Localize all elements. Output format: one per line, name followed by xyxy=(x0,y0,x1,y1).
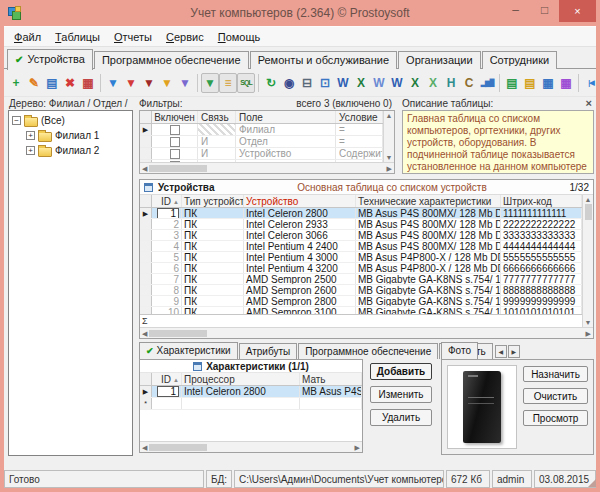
checkbox-icon[interactable] xyxy=(170,149,180,159)
filter-link-cell[interactable] xyxy=(198,124,236,135)
filter-new-icon[interactable]: ▼ xyxy=(104,73,122,93)
devices-column-header[interactable]: Тип устройства xyxy=(182,195,244,207)
quick-view-icon[interactable]: ▤ xyxy=(503,73,521,93)
scroll-right-icon[interactable]: ▶ xyxy=(355,444,360,451)
note-icon[interactable]: ▤ xyxy=(521,73,539,93)
menu-item[interactable]: Отчеты xyxy=(107,29,159,45)
delete-record-icon[interactable]: ✖ xyxy=(61,73,79,93)
checkbox-icon[interactable] xyxy=(170,137,180,147)
characteristics-new-row[interactable]: * xyxy=(140,398,362,410)
device-row[interactable]: 6ПКIntel Pentium 4 3200MB Asus P4P800-X … xyxy=(140,263,582,274)
device-row[interactable]: 3ПКIntel Celeron 3066MB Asus P4S 800MX/ … xyxy=(140,230,582,241)
filter-enabled-cell[interactable] xyxy=(152,136,198,147)
filter-condition-cell[interactable]: = xyxy=(336,136,383,147)
menu-item[interactable]: Файл xyxy=(7,29,48,45)
tab-item[interactable]: Сотрудники xyxy=(482,51,558,69)
find-icon[interactable]: ◉ xyxy=(280,73,298,93)
scrollbar-thumb[interactable] xyxy=(149,330,207,337)
device-row[interactable]: 2ПКIntel Celeron 2933MB Asus P4S 800MX/ … xyxy=(140,219,582,230)
filter-row[interactable]: ИОтдел= xyxy=(140,136,383,148)
tab-item[interactable]: Программное обеспечение xyxy=(94,51,249,69)
tree-panel-toggle-icon[interactable]: ≡ xyxy=(219,73,237,93)
scroll-right-icon[interactable]: ▶ xyxy=(586,330,591,337)
device-row[interactable]: ▶1ПКIntel Celeron 2800MB Asus P4S 800MX/… xyxy=(140,208,582,219)
clear-photo-button[interactable]: Очистить xyxy=(523,388,588,404)
filter-field-cell[interactable]: Устройство xyxy=(236,148,336,159)
scroll-down-icon[interactable]: ▼ xyxy=(585,319,592,326)
assign-photo-button[interactable]: Назначить xyxy=(523,366,588,382)
characteristics-horizontal-scrollbar[interactable]: ◀ ▶ xyxy=(140,441,362,452)
detail-tab-item[interactable]: Атрибуты xyxy=(239,343,297,359)
device-row[interactable]: 7ПКAMD Sempron 2500MB Gigabyte GA-K8NS s… xyxy=(140,274,582,285)
scroll-left-icon[interactable]: ◀ xyxy=(142,330,147,337)
export-word-icon[interactable]: W xyxy=(334,73,352,93)
devices-horizontal-scrollbar[interactable]: ◀ ▶ xyxy=(140,327,593,338)
view-photo-button[interactable]: Просмотр xyxy=(523,410,588,426)
sql-view-toggle-icon[interactable]: SQL xyxy=(237,73,255,93)
filter-field-cell[interactable]: Филиал xyxy=(236,124,336,135)
tree-expander-icon[interactable]: + xyxy=(26,131,35,140)
excel-report-icon[interactable]: X xyxy=(406,73,424,93)
filter-enabled-cell[interactable] xyxy=(152,148,198,159)
device-row[interactable]: 5ПКIntel Pentium 4 3000MB Asus P4P800-X … xyxy=(140,252,582,263)
delete-table-icon[interactable]: ▦ xyxy=(79,73,97,93)
detail-tab-item[interactable]: Программное обеспечение xyxy=(298,343,438,359)
scrollbar-thumb[interactable] xyxy=(149,444,207,451)
filter-link-cell[interactable]: И xyxy=(198,148,236,159)
checkbox-icon[interactable] xyxy=(170,125,180,135)
menu-item[interactable]: Помощь xyxy=(211,29,268,45)
export-csv-icon[interactable]: C xyxy=(460,73,478,93)
filter-condition-cell[interactable]: Содержит xyxy=(336,148,383,159)
tree-node[interactable]: −(Все) xyxy=(9,113,132,128)
filter-row[interactable]: ИУстройствоСодержит xyxy=(140,148,383,160)
tree-node[interactable]: +Филиал 1 xyxy=(9,128,132,143)
tab-item[interactable]: Ремонты и обслуживание xyxy=(250,51,397,69)
chart-icon[interactable]: ▂▆█ xyxy=(478,73,496,93)
filter-clear-icon[interactable]: ▼ xyxy=(140,73,158,93)
filter-save-icon[interactable]: ▼ xyxy=(176,73,194,93)
devices-column-header[interactable]: Устройство xyxy=(244,195,356,207)
excel-template-icon[interactable]: X xyxy=(424,73,442,93)
edit-button[interactable]: Изменить xyxy=(370,386,432,403)
filter-row[interactable]: ▶Филиал= xyxy=(140,124,383,136)
word-report-icon[interactable]: W xyxy=(388,73,406,93)
minimize-button[interactable]: – xyxy=(501,0,530,19)
scroll-up-icon[interactable]: ▲ xyxy=(585,196,592,203)
subtabs-scroll-left-button[interactable]: ◀ xyxy=(495,345,507,358)
refresh-icon[interactable]: ↻ xyxy=(262,73,280,93)
tab-photo[interactable]: Фото xyxy=(441,342,478,360)
filter-field-cell[interactable]: Отдел xyxy=(236,136,336,147)
add-record-icon[interactable]: + xyxy=(7,73,25,93)
characteristics-column-header[interactable]: ID▲ xyxy=(152,373,182,385)
nav-first-icon[interactable]: |◀ xyxy=(582,73,596,93)
delete-button[interactable]: Удалить xyxy=(370,409,432,426)
characteristics-column-header[interactable]: Процессор xyxy=(182,373,300,385)
close-button[interactable]: × xyxy=(559,0,596,22)
devices-column-header[interactable]: Штрих-код xyxy=(501,195,582,207)
copy-record-icon[interactable]: ▤ xyxy=(43,73,61,93)
devices-column-header[interactable]: ID▲ xyxy=(152,195,182,207)
scrollbar-thumb[interactable] xyxy=(149,165,207,172)
tree-expander-icon[interactable]: + xyxy=(26,146,35,155)
device-row[interactable]: 8ПКAMD Sempron 2600MB Gigabyte GA-K8NS s… xyxy=(140,285,582,296)
filter-enabled-cell[interactable] xyxy=(152,124,198,135)
scroll-left-icon[interactable]: ◀ xyxy=(142,444,147,451)
device-row[interactable]: 10ПКAMD Sempron 3100MB Gigabyte GA-K8NS … xyxy=(140,307,582,314)
filter-panel-toggle-icon[interactable]: ▼ xyxy=(201,73,219,93)
description-close-icon[interactable]: × xyxy=(586,97,592,109)
device-row[interactable]: 9ПКAMD Sempron 2800MB Gigabyte GA-K8NS s… xyxy=(140,296,582,307)
filter-quick-icon[interactable]: ▼ xyxy=(158,73,176,93)
tree-node[interactable]: +Филиал 2 xyxy=(9,143,132,158)
tree-expander-icon[interactable]: − xyxy=(12,116,21,125)
resize-grip[interactable] xyxy=(588,479,596,487)
tab-item[interactable]: Организации xyxy=(398,51,481,69)
filter-condition-cell[interactable]: = xyxy=(336,124,383,135)
filter-delete-icon[interactable]: ▼ xyxy=(122,73,140,93)
menu-item[interactable]: Сервис xyxy=(159,29,211,45)
export-html-icon[interactable]: H xyxy=(442,73,460,93)
filter-link-cell[interactable]: И xyxy=(198,136,236,147)
tab-active[interactable]: ✔Устройства xyxy=(7,49,93,70)
add-button[interactable]: Добавить xyxy=(370,363,432,380)
scroll-left-icon[interactable]: ◀ xyxy=(142,165,147,172)
filters-vertical-scrollbar[interactable]: ▲ ▼ xyxy=(383,111,394,162)
